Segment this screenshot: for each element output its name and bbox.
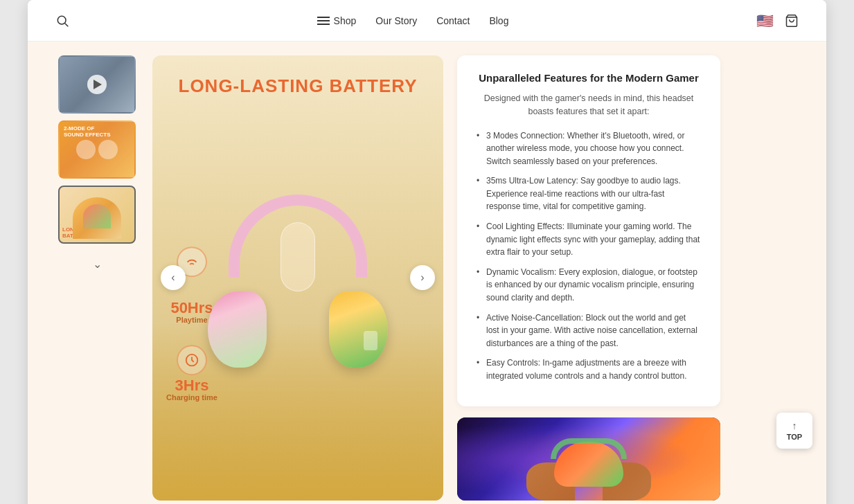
- main-content: 2-Mode ofSound Effects Long-LastingBatte…: [28, 42, 826, 504]
- product-carousel: LONG-LASTING BATTERY 50Hrs Playtime: [152, 55, 443, 501]
- top-arrow-icon: ↑: [792, 420, 797, 431]
- top-button-label: TOP: [787, 433, 802, 441]
- search-icon[interactable]: [55, 14, 69, 28]
- charging-hours: 3Hrs: [175, 378, 209, 393]
- play-button[interactable]: [87, 75, 107, 94]
- thumbnail-video[interactable]: [58, 55, 136, 114]
- features-list: 3 Modes Connection: Whether it's Bluetoo…: [477, 129, 701, 383]
- bottom-image-visual: [457, 417, 720, 501]
- carousel-content: LONG-LASTING BATTERY 50Hrs Playtime: [152, 55, 443, 501]
- feature-item-1: 3 Modes Connection: Whether it's Bluetoo…: [477, 129, 701, 168]
- nav-center: Shop Our Story Contact Blog: [317, 15, 509, 26]
- carousel-next-button[interactable]: ›: [410, 265, 435, 290]
- shop-link-label: Shop: [334, 15, 357, 26]
- nav-shop[interactable]: Shop: [317, 15, 357, 26]
- cart-icon[interactable]: [785, 14, 799, 28]
- navigation: Shop Our Story Contact Blog 🇺🇸: [28, 0, 826, 42]
- nav-contact[interactable]: Contact: [436, 15, 470, 26]
- language-flag[interactable]: 🇺🇸: [756, 12, 774, 29]
- thumbnail-battery[interactable]: Long-LastingBattery: [58, 186, 136, 244]
- svg-point-0: [57, 16, 66, 24]
- nav-blog[interactable]: Blog: [489, 15, 508, 26]
- feature-item-4: Dynamic Vocalism: Every explosion, dialo…: [477, 266, 701, 305]
- charging-icon: [177, 345, 207, 375]
- nav-our-story[interactable]: Our Story: [375, 15, 417, 26]
- nav-left: [55, 14, 69, 28]
- face-right: [98, 140, 118, 159]
- feature-item-3: Cool Lighting Effects: Illuminate your g…: [477, 220, 701, 259]
- scroll-down-chevron[interactable]: ⌄: [87, 253, 107, 274]
- features-card: Unparalleled Features for the Modern Gam…: [457, 55, 720, 406]
- charging-label: Charging time: [166, 393, 217, 402]
- sound-thumb-inner: [60, 122, 134, 177]
- features-subtitle: Designed with the gamer's needs in mind,…: [477, 92, 701, 118]
- feature-item-2: 35ms Ultra-Low Latency: Say goodbye to a…: [477, 174, 701, 213]
- sound-faces: [76, 140, 118, 159]
- thumbnail-column: 2-Mode ofSound Effects Long-LastingBatte…: [55, 55, 139, 501]
- feature-item-5: Active Noise-Cancellation: Block out the…: [477, 312, 701, 350]
- nav-right: 🇺🇸: [756, 12, 799, 29]
- playtime-hours: 50Hrs: [170, 300, 213, 316]
- browser-window: Shop Our Story Contact Blog 🇺🇸 2-Mode o: [28, 0, 826, 504]
- features-title: Unparalleled Features for the Modern Gam…: [477, 72, 701, 84]
- svg-line-1: [65, 23, 69, 26]
- feature-item-6: Easy Controls: In-game adjustments are a…: [477, 357, 701, 382]
- thumbnail-sound[interactable]: 2-Mode ofSound Effects: [58, 120, 136, 179]
- bottom-product-image: [457, 417, 720, 501]
- carousel-prev-button[interactable]: ‹: [161, 265, 186, 290]
- slide-title: LONG-LASTING BATTERY: [152, 76, 443, 96]
- info-panel: Unparalleled Features for the Modern Gam…: [457, 55, 720, 501]
- headphone-graphic: [208, 195, 388, 388]
- hamburger-icon: [317, 17, 330, 25]
- face-left: [76, 140, 96, 159]
- playtime-label: Playtime: [176, 316, 207, 324]
- scroll-to-top-button[interactable]: ↑ TOP: [776, 413, 812, 449]
